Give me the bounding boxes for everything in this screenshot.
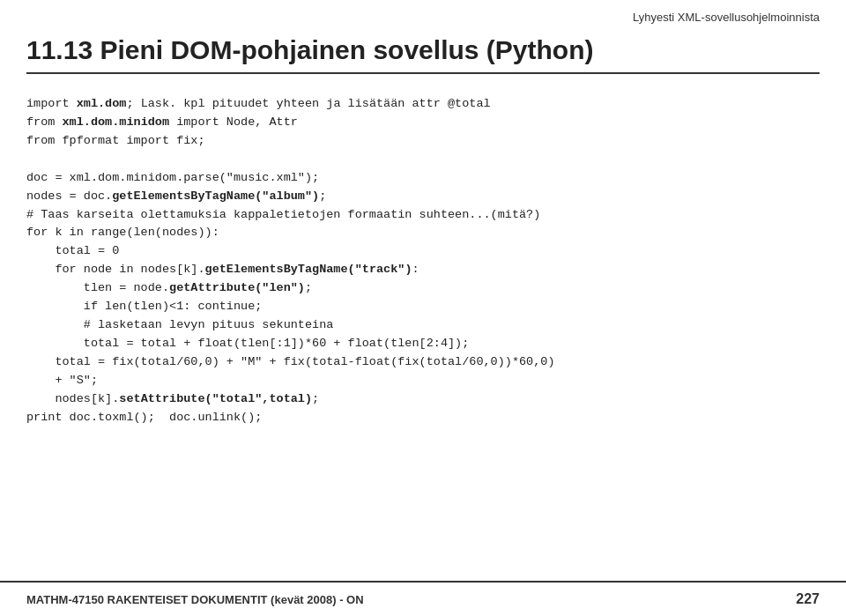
code-line-9: total = 0 — [26, 242, 820, 261]
code-line-8: for k in range(len(nodes)): — [26, 224, 820, 242]
code-line-3: from fpformat import fix; — [26, 132, 820, 151]
code-line-2: from xml.dom.minidom import Node, Attr — [26, 114, 820, 132]
code-line-1: import xml.dom; Lask. kpl pituudet yhtee… — [26, 95, 820, 114]
code-line-7: # Taas karseita olettamuksia kappaletiet… — [26, 206, 820, 225]
page-title: 11.13 Pieni DOM-pohjainen sovellus (Pyth… — [26, 35, 820, 65]
code-line-4 — [26, 151, 820, 169]
code-line-15: total = fix(total/60,0) + "M" + fix(tota… — [26, 353, 820, 372]
code-line-11: tlen = node.getAttribute("len"); — [26, 279, 820, 298]
code-line-14: total = total + float(tlen[:1])*60 + flo… — [26, 335, 820, 353]
footer-page-number: 227 — [796, 591, 820, 607]
code-block: import xml.dom; Lask. kpl pituudet yhtee… — [26, 90, 820, 427]
code-line-16: + "S"; — [26, 372, 820, 390]
header-top-right: Lyhyesti XML-sovellusohjelmoinnista — [633, 11, 820, 24]
code-line-17: nodes[k].setAttribute("total",total); — [26, 390, 820, 409]
footer-bar: MATHM-47150 RAKENTEISET DOKUMENTIT (kevä… — [0, 581, 846, 616]
code-line-12: if len(tlen)<1: continue; — [26, 298, 820, 316]
code-line-18: print doc.toxml(); doc.unlink(); — [26, 409, 820, 427]
code-line-6: nodes = doc.getElementsByTagName("album"… — [26, 188, 820, 206]
code-line-5: doc = xml.dom.minidom.parse("music.xml")… — [26, 169, 820, 188]
code-line-10: for node in nodes[k].getElementsByTagNam… — [26, 261, 820, 279]
footer-left-text: MATHM-47150 RAKENTEISET DOKUMENTIT (kevä… — [26, 593, 364, 606]
page-container: Lyhyesti XML-sovellusohjelmoinnista 11.1… — [0, 0, 846, 616]
code-line-13: # lasketaan levyn pituus sekunteina — [26, 316, 820, 335]
